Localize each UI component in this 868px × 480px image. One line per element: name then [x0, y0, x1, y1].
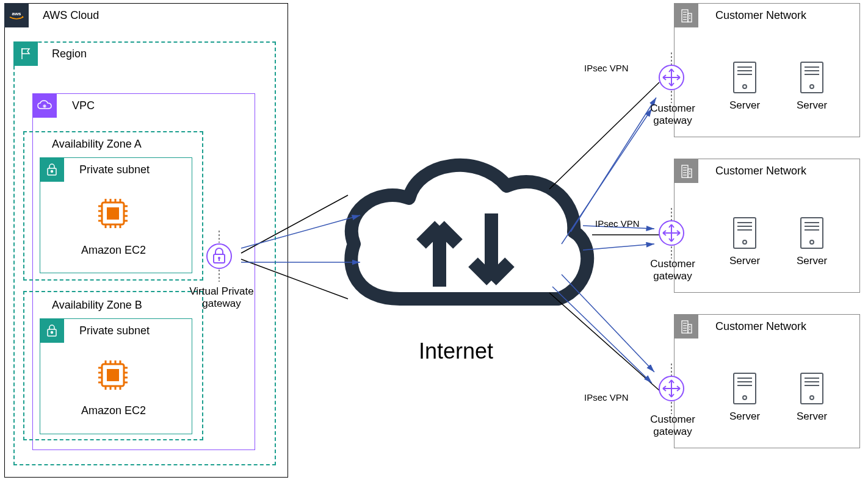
- svg-point-3: [51, 171, 53, 173]
- private-subnet-b-label: Private subnet: [79, 324, 150, 337]
- customer-network-1-building-icon: [674, 3, 698, 27]
- customer-network-3-building-icon: [674, 314, 698, 339]
- region-flag-icon: [13, 41, 38, 66]
- vpg-icon: [206, 243, 233, 270]
- region-label: Region: [52, 48, 87, 60]
- svg-point-101: [743, 240, 747, 244]
- aws-logo-icon: aws: [4, 3, 29, 27]
- svg-rect-108: [688, 324, 692, 333]
- server-3a-icon: [731, 371, 758, 406]
- server-3b-label: Server: [797, 410, 827, 423]
- svg-point-23: [51, 332, 53, 334]
- server-1a-label: Server: [729, 99, 760, 112]
- ec2-b-icon: [95, 357, 131, 393]
- server-3a-label: Server: [729, 410, 760, 423]
- svg-rect-61: [682, 10, 688, 22]
- svg-point-129: [810, 396, 814, 399]
- svg-point-124: [743, 396, 747, 399]
- server-3b-icon: [798, 371, 825, 406]
- svg-text:aws: aws: [12, 11, 21, 16]
- az-b-label: Availability Zone B: [52, 299, 142, 312]
- ec2-b-label: Amazon EC2: [81, 404, 146, 417]
- svg-rect-85: [688, 169, 692, 177]
- vpg-label: Virtual Privategateway: [185, 285, 258, 310]
- svg-point-78: [743, 85, 747, 88]
- customer-network-1-box: [674, 3, 860, 137]
- server-1b-icon: [798, 60, 825, 95]
- vpc-label: VPC: [72, 99, 95, 112]
- server-2b-icon: [798, 215, 825, 251]
- customer-network-1-label: Customer Network: [715, 9, 806, 22]
- ec2-a-label: Amazon EC2: [81, 244, 146, 257]
- az-a-label: Availability Zone A: [52, 138, 142, 151]
- server-2a-label: Server: [729, 255, 760, 267]
- server-2a-icon: [731, 215, 758, 251]
- ipsec-label-3: IPsec VPN: [584, 392, 629, 403]
- customer-network-2-box: [674, 159, 860, 293]
- svg-rect-25: [107, 369, 119, 381]
- customer-network-2-label: Customer Network: [715, 165, 806, 177]
- svg-rect-5: [107, 207, 119, 220]
- customer-gateway-3-icon: [658, 375, 685, 402]
- customer-gateway-3-label: Customergateway: [645, 414, 700, 438]
- ipsec-label-2: IPsec VPN: [595, 218, 640, 229]
- customer-network-2-building-icon: [674, 159, 698, 183]
- server-2b-label: Server: [797, 255, 827, 267]
- customer-network-3-box: [674, 314, 860, 448]
- private-subnet-a-lock-icon: [40, 157, 64, 182]
- server-1b-label: Server: [797, 99, 827, 112]
- private-subnet-a-label: Private subnet: [79, 163, 150, 176]
- customer-gateway-2-label: Customergateway: [645, 258, 700, 282]
- ipsec-label-1: IPsec VPN: [584, 63, 629, 73]
- internet-cloud-icon: [333, 146, 595, 335]
- customer-network-3-label: Customer Network: [715, 320, 806, 333]
- customer-gateway-2-icon: [658, 220, 685, 246]
- internet-label: Internet: [419, 339, 493, 364]
- customer-gateway-1-icon: [658, 64, 685, 91]
- svg-rect-84: [682, 165, 688, 177]
- svg-point-83: [810, 85, 814, 88]
- aws-cloud-label: AWS Cloud: [43, 9, 99, 22]
- server-1a-icon: [731, 60, 758, 95]
- private-subnet-b-lock-icon: [40, 318, 64, 343]
- customer-gateway-1-label: Customergateway: [645, 102, 700, 127]
- ec2-a-icon: [95, 195, 131, 232]
- svg-point-106: [810, 240, 814, 244]
- svg-rect-62: [688, 13, 692, 22]
- vpc-cloud-icon: [32, 93, 57, 118]
- svg-rect-107: [682, 321, 688, 333]
